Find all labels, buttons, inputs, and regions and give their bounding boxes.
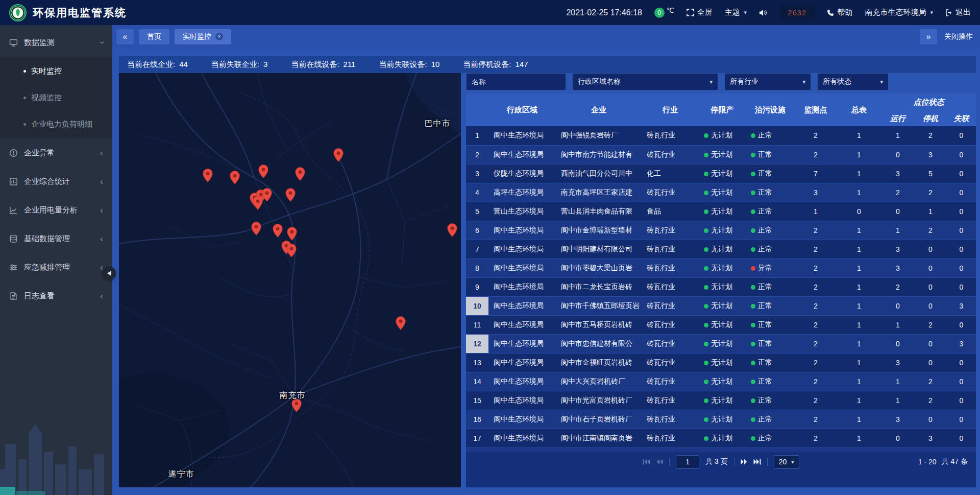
cell-pollution-facility: 正常 (746, 164, 795, 183)
name-filter-input[interactable] (466, 73, 566, 90)
map-panel[interactable]: 巴中市南充市遂宁市 (119, 73, 461, 487)
cell-region: 南部生态环境局 (488, 447, 556, 452)
table-row[interactable]: 5营山生态环境局营山县润丰肉食品有限食品无计划正常10010 (466, 202, 976, 221)
status-dot-icon (751, 342, 755, 346)
map-pin-icon[interactable] (286, 244, 297, 257)
map-pin-icon[interactable] (273, 224, 283, 238)
map-pin-icon[interactable] (251, 222, 261, 235)
map-pin-icon[interactable] (447, 223, 457, 237)
table-row[interactable]: 8阆中生态环境局阆中市枣碧大梁山页岩砖瓦行业无计划异常21300 (466, 258, 976, 277)
facility-status-text: 正常 (758, 358, 772, 366)
prev-page-button[interactable] (656, 459, 663, 465)
map-pin-icon[interactable] (262, 188, 272, 202)
table-row[interactable]: 17阆中生态环境局阆中市江南镇阆南页岩砖瓦行业无计划正常21030 (466, 429, 976, 447)
speaker-button[interactable] (759, 9, 767, 16)
sidebar-item-5[interactable]: 应急减排管理‹ (0, 253, 112, 281)
map-pin-icon[interactable] (333, 148, 344, 162)
tabs-scroll-left-button[interactable]: « (116, 29, 134, 44)
cell-lost: 0 (947, 353, 976, 372)
sidebar-item-1[interactable]: 企业异常‹ (0, 138, 112, 167)
table-row[interactable]: 13阆中生态环境局阆中市金福旺页岩机砖砖瓦行业无计划正常21300 (466, 353, 976, 372)
sidebar-subitem[interactable]: 视频监控 (0, 84, 112, 111)
map-pin-icon[interactable] (253, 196, 263, 210)
sidebar-subitem[interactable]: 实时监控 (0, 58, 112, 84)
cell-monitor-points: 2 (795, 334, 837, 353)
stats-bar: 当前在线企业:44当前失联企业:3当前在线设备:211当前失联设备:10当前停机… (119, 56, 976, 73)
logout-button[interactable]: 退出 (945, 8, 971, 17)
map-pin-icon[interactable] (396, 316, 406, 330)
page-number-input[interactable] (676, 455, 699, 469)
next-page-button[interactable] (741, 459, 747, 465)
stat-item: 当前在线企业:44 (127, 60, 188, 69)
table-row[interactable]: 14阆中生态环境局阆中大兴页岩机砖厂砖瓦行业无计划正常21120 (466, 372, 976, 391)
cell-pollution-facility: 正常 (746, 334, 795, 353)
table-row[interactable]: 9阆中生态环境局阆中市二龙长宝页岩砖砖瓦行业无计划正常21200 (466, 277, 976, 296)
table-row[interactable]: 4高坪生态环境局南充市高坪区王家店建砖瓦行业无计划正常31220 (466, 183, 976, 202)
cell-running: 3 (881, 353, 914, 372)
cell-running: 0 (881, 447, 914, 452)
table-row[interactable]: 10阆中生态环境局阆中市千佛镇五郎垭页岩砖瓦行业无计划正常21003 (466, 296, 976, 315)
cell-region: 营山生态环境局 (488, 202, 556, 221)
table-row[interactable]: 3仪陇生态环境局西南油气田分公司川中化工无计划正常71350 (466, 164, 976, 183)
table-row[interactable]: 15阆中生态环境局阆中市光富页岩机砖厂砖瓦行业无计划正常21120 (466, 391, 976, 410)
table-row[interactable]: 7阆中生态环境局阆中明阳建材有限公司砖瓦行业无计划正常21300 (466, 240, 976, 258)
sidebar-item-2[interactable]: 企业综合统计‹ (0, 167, 112, 196)
map-pin-icon[interactable] (285, 188, 296, 202)
theme-dropdown[interactable]: 主题 ▾ (725, 8, 747, 17)
sidebar-item-6[interactable]: 日志查看‹ (0, 281, 112, 310)
cell-total-meters: 1 (837, 429, 881, 447)
map-pin-icon[interactable] (287, 227, 297, 241)
app-root: 环保用电监管系统 2021-02-25 17:46:18 0 ℃ 全屏 主题 ▾ (0, 0, 980, 495)
cell-pollution-facility: 正常 (746, 391, 795, 410)
cell-lost: 0 (947, 164, 976, 183)
tabs-scroll-right-button[interactable]: » (920, 29, 937, 44)
cell-index: 4 (466, 183, 488, 202)
help-button[interactable]: 帮助 (827, 8, 852, 17)
first-page-button[interactable] (643, 459, 650, 465)
main-row: 巴中市南充市遂宁市 行政区域名称 ▾ 所有行业 ▾ (119, 73, 976, 487)
cell-region: 阆中生态环境局 (488, 258, 556, 277)
region-filter-select[interactable]: 行政区域名称 ▾ (572, 73, 718, 90)
cell-lost: 0 (947, 221, 976, 240)
map-pin-icon[interactable] (203, 169, 213, 182)
app-logo-icon (9, 4, 27, 21)
city-skyline-decoration (0, 403, 112, 495)
map-pin-icon[interactable] (230, 171, 240, 184)
map-pin-icon[interactable] (295, 167, 305, 181)
table-row[interactable]: 16阆中生态环境局阆中市石子页岩机砖厂砖瓦行业无计划正常21300 (466, 410, 976, 429)
cell-region: 阆中生态环境局 (488, 296, 556, 315)
status-filter-select[interactable]: 所有状态 ▾ (817, 73, 889, 90)
cell-stopped: 2 (914, 183, 947, 202)
map-collapse-button[interactable] (103, 267, 116, 280)
table-row[interactable]: 18南部生态环境局南部县升钟水泥有限公建材行业无计划正常21030 (466, 447, 976, 452)
cell-running: 1 (881, 221, 914, 240)
sidebar-item-3[interactable]: 企业用电量分析‹ (0, 196, 112, 224)
industry-filter-select[interactable]: 所有行业 ▾ (724, 73, 811, 90)
tab-close-icon[interactable]: × (215, 33, 223, 40)
cell-monitor-points: 2 (795, 296, 837, 315)
temperature-indicator: 0 ℃ (654, 8, 674, 18)
status-dot-icon (704, 361, 708, 365)
fullscreen-button[interactable]: 全屏 (687, 8, 713, 17)
map-pin-icon[interactable] (258, 164, 268, 178)
tab-bar: « 首页 实时监控 × » 关闭操作 (112, 25, 980, 48)
sidebar-item-4[interactable]: 基础数据管理‹ (0, 224, 112, 253)
log-icon (9, 292, 18, 300)
tab-home[interactable]: 首页 (139, 29, 169, 44)
cell-lost: 3 (947, 296, 976, 315)
table-row[interactable]: 2阆中生态环境局阆中市南方节能建材有砖瓦行业无计划正常21030 (466, 145, 976, 164)
tab-realtime-monitor[interactable]: 实时监控 × (175, 29, 231, 44)
sidebar-item-0[interactable]: 数据监测‹ (0, 28, 112, 57)
page-size-select[interactable]: 20 ▾ (774, 455, 799, 469)
sidebar-subitem[interactable]: 企业电力负荷明细 (0, 111, 112, 137)
cell-region: 阆中生态环境局 (488, 353, 556, 372)
column-header-points: 监测点 (795, 93, 837, 126)
last-page-button[interactable] (753, 459, 761, 465)
notification-count-badge[interactable]: 2632 (779, 6, 815, 19)
table-row[interactable]: 6阆中生态环境局阆中市金博瑞新型墙材砖瓦行业无计划正常21120 (466, 221, 976, 240)
table-row[interactable]: 1阆中生态环境局阆中强锐页岩砖厂砖瓦行业无计划正常21120 (466, 126, 976, 145)
close-operations-button[interactable]: 关闭操作 (944, 32, 973, 41)
org-dropdown[interactable]: 南充市生态环境局 ▾ (865, 8, 933, 17)
table-row[interactable]: 11阆中生态环境局阆中市五马桥页岩机砖砖瓦行业无计划正常21120 (466, 315, 976, 334)
table-row[interactable]: 12阆中生态环境局阆中市忠信建材有限公砖瓦行业无计划正常21003 (466, 334, 976, 353)
